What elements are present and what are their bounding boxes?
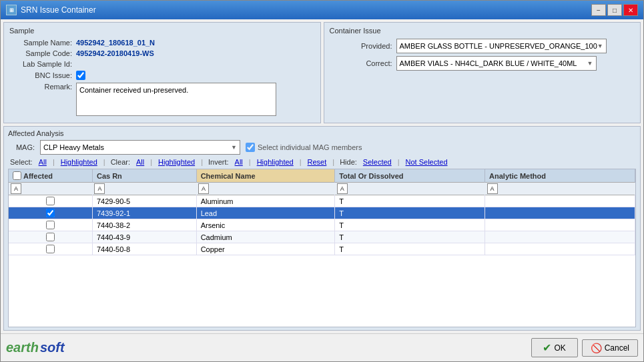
ok-button[interactable]: ✔ OK xyxy=(531,338,578,357)
sample-name-value: 4952942_180618_01_N xyxy=(76,39,155,47)
table-row[interactable]: 7439-92-1LeadT xyxy=(9,207,635,219)
provided-dropdown[interactable]: AMBER GLASS BOTTLE - UNPRESERVED_ORANGE_… xyxy=(396,39,607,53)
remark-textbox[interactable]: Container received un-preserved. xyxy=(76,83,276,116)
cell-affected xyxy=(9,231,92,243)
reset-button[interactable]: Reset xyxy=(305,157,330,167)
sample-panel: Sample Sample Name: 4952942_180618_01_N … xyxy=(3,22,321,123)
filter-btn-chemical[interactable]: A xyxy=(198,183,209,194)
bnc-issue-checkbox[interactable] xyxy=(76,71,85,80)
row-checkbox[interactable] xyxy=(46,209,55,217)
select-individual-row: Select individual MAG members xyxy=(246,143,362,152)
cancel-button[interactable]: 🚫 Cancel xyxy=(582,339,638,357)
mag-row: MAG: CLP Heavy Metals ▼ Select individua… xyxy=(8,140,636,155)
mag-value: CLP Heavy Metals xyxy=(43,143,104,151)
cell-chemical: Arsenic xyxy=(196,219,335,231)
cell-affected xyxy=(9,243,92,255)
filter-btn-affected[interactable]: A xyxy=(11,183,21,194)
row-checkbox[interactable] xyxy=(46,245,55,253)
table-body: 7429-90-5AluminumT7439-92-1LeadT7440-38-… xyxy=(9,195,635,255)
hide-selected-button[interactable]: Selected xyxy=(360,157,394,167)
container-panel-title: Container Issue xyxy=(330,27,635,35)
ok-label: OK xyxy=(554,343,565,353)
table-header-row: Affected Cas Rn Chemical Name Total Or D… xyxy=(9,169,635,183)
cell-method xyxy=(485,207,635,219)
cell-casrn: 7440-38-2 xyxy=(92,219,196,231)
analysis-table: Affected Cas Rn Chemical Name Total Or D… xyxy=(9,169,635,255)
cell-casrn: 7440-43-9 xyxy=(92,231,196,243)
earthsoft-logo: earthsoft xyxy=(6,340,65,355)
cell-tod: T xyxy=(335,195,485,207)
filter-btn-method[interactable]: A xyxy=(487,183,498,194)
remark-row: Remark: Container received un-preserved. xyxy=(9,83,315,116)
logo-soft: soft xyxy=(40,340,65,355)
ok-icon: ✔ xyxy=(543,341,551,354)
invert-highlighted-button[interactable]: Highlighted xyxy=(254,157,296,167)
provided-dropdown-arrow: ▼ xyxy=(597,43,603,49)
lab-sample-id-row: Lab Sample Id: xyxy=(9,60,315,68)
sample-code-label: Sample Code: xyxy=(9,49,76,57)
top-section: Sample Sample Name: 4952942_180618_01_N … xyxy=(3,22,641,123)
cell-chemical: Lead xyxy=(196,207,335,219)
close-button[interactable]: ✕ xyxy=(623,4,638,16)
mag-label: MAG: xyxy=(8,143,35,151)
analysis-table-container: Affected Cas Rn Chemical Name Total Or D… xyxy=(8,169,636,327)
col-header-chemical: Chemical Name xyxy=(196,169,335,183)
affected-panel-title: Affected Analysis xyxy=(8,129,636,137)
select-all-button[interactable]: All xyxy=(36,157,49,167)
title-bar-left: ⊞ SRN Issue Container xyxy=(6,5,96,15)
footer-buttons: ✔ OK 🚫 Cancel xyxy=(531,338,638,357)
table-row[interactable]: 7440-43-9CadmiumT xyxy=(9,231,635,243)
cell-affected xyxy=(9,195,92,207)
clear-toolbar-label: Clear: xyxy=(109,158,132,166)
mag-dropdown[interactable]: CLP Heavy Metals ▼ xyxy=(40,140,240,155)
filter-casrn: A xyxy=(92,183,196,195)
filter-btn-casrn[interactable]: A xyxy=(94,183,105,194)
col-header-method: Analytic Method xyxy=(485,169,635,183)
cell-casrn: 7429-90-5 xyxy=(92,195,196,207)
hide-not-selected-button[interactable]: Not Selected xyxy=(403,157,450,167)
cell-method xyxy=(485,219,635,231)
cancel-icon: 🚫 xyxy=(591,343,602,353)
table-row[interactable]: 7429-90-5AluminumT xyxy=(9,195,635,207)
row-checkbox[interactable] xyxy=(46,221,55,229)
invert-all-button[interactable]: All xyxy=(232,157,246,167)
toolbar-row: Select: All | Highlighted | Clear: All |… xyxy=(8,157,636,167)
table-row[interactable]: 7440-38-2ArsenicT xyxy=(9,219,635,231)
cell-method xyxy=(485,195,635,207)
hide-toolbar-label: Hide: xyxy=(338,158,359,166)
cell-method xyxy=(485,243,635,255)
cell-affected xyxy=(9,207,92,219)
cancel-label: Cancel xyxy=(605,343,629,353)
title-bar-buttons: − □ ✕ xyxy=(591,4,638,16)
filter-affected: A xyxy=(9,183,92,195)
lab-sample-id-label: Lab Sample Id: xyxy=(9,60,76,68)
bnc-issue-label: BNC Issue: xyxy=(9,71,76,79)
select-toolbar-label: Select: xyxy=(8,158,35,166)
filter-method: A xyxy=(485,183,635,195)
correct-dropdown[interactable]: AMBER VIALS - NH4CL_DARK BLUE / WHITE_40… xyxy=(396,56,597,71)
sample-code-row: Sample Code: 4952942-20180419-WS xyxy=(9,49,315,57)
correct-label: Correct: xyxy=(330,59,396,67)
clear-all-button[interactable]: All xyxy=(133,157,147,167)
title-bar: ⊞ SRN Issue Container − □ ✕ xyxy=(1,1,643,19)
provided-value: AMBER GLASS BOTTLE - UNPRESERVED_ORANGE_… xyxy=(400,42,597,50)
table-row[interactable]: 7440-50-8CopperT xyxy=(9,243,635,255)
select-highlighted-button[interactable]: Highlighted xyxy=(58,157,100,167)
clear-highlighted-button[interactable]: Highlighted xyxy=(155,157,198,167)
filter-chemical: A xyxy=(196,183,335,195)
affected-panel: Affected Analysis MAG: CLP Heavy Metals … xyxy=(3,126,641,331)
provided-row: Provided: AMBER GLASS BOTTLE - UNPRESERV… xyxy=(330,39,635,53)
select-individual-checkbox[interactable] xyxy=(246,143,255,152)
main-window: ⊞ SRN Issue Container − □ ✕ Sample Sampl… xyxy=(0,0,644,362)
correct-value: AMBER VIALS - NH4CL_DARK BLUE / WHITE_40… xyxy=(400,59,577,67)
sample-panel-title: Sample xyxy=(9,27,315,35)
row-checkbox[interactable] xyxy=(46,197,55,205)
maximize-button[interactable]: □ xyxy=(607,4,622,16)
cell-chemical: Cadmium xyxy=(196,231,335,243)
header-select-all-checkbox[interactable] xyxy=(13,171,21,180)
window-title: SRN Issue Container xyxy=(21,5,96,15)
filter-btn-tod[interactable]: A xyxy=(337,183,348,194)
minimize-button[interactable]: − xyxy=(591,4,606,16)
remark-underline: un-preserved xyxy=(143,86,186,94)
row-checkbox[interactable] xyxy=(46,233,55,241)
